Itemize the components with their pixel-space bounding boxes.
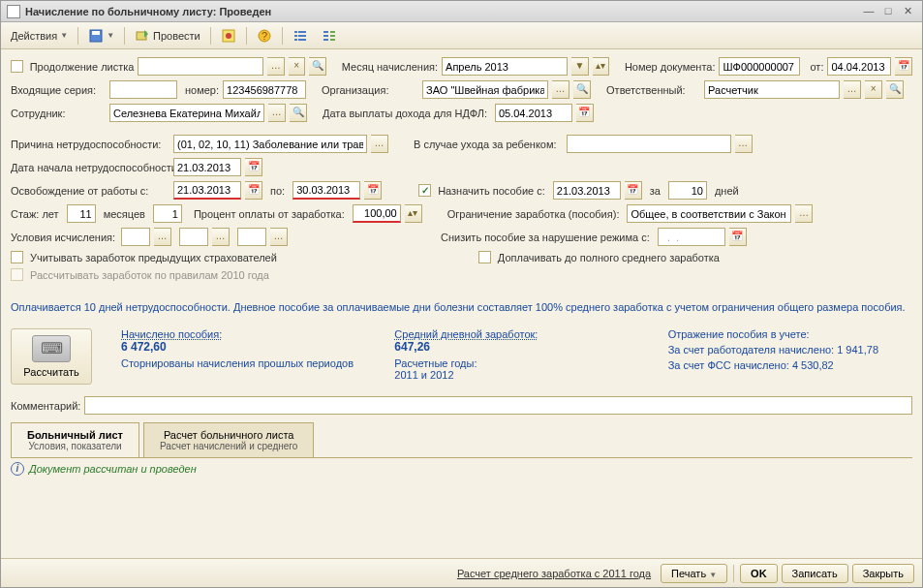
calc-cond3-input[interactable]	[237, 228, 266, 246]
calendar-icon[interactable]: 📅	[576, 104, 594, 122]
limit-label: Ограничение заработка (пособия):	[447, 208, 620, 220]
calendar-icon[interactable]: 📅	[364, 181, 382, 200]
calendar-icon[interactable]: 📅	[625, 181, 642, 200]
comment-label: Комментарий:	[11, 400, 80, 412]
actions-menu[interactable]: Действия▼	[5, 26, 74, 46]
spinner-icon[interactable]: ▴▾	[405, 204, 422, 223]
lookup-icon[interactable]: 🔍	[309, 57, 326, 76]
window-icon	[7, 5, 20, 18]
reduce-date-input[interactable]	[658, 228, 725, 246]
ellipsis-icon[interactable]: …	[268, 104, 286, 122]
month-label: Месяц начисления:	[342, 61, 438, 73]
avg-label[interactable]: Средний дневной заработок:	[394, 328, 638, 340]
percent-input[interactable]	[353, 204, 401, 223]
prev-insurers-label: Учитывать заработок предыдущих страховат…	[30, 252, 277, 263]
start-date-input[interactable]	[173, 158, 241, 176]
calendar-icon[interactable]: 📅	[245, 158, 262, 176]
month-input[interactable]	[442, 57, 568, 76]
avg-calc-link[interactable]: Расчет среднего заработка с 2011 года	[457, 568, 651, 579]
continuation-label: Продолжение листка	[30, 61, 135, 73]
work-release-from-input[interactable]	[173, 181, 241, 200]
tab1-sub: Условия, показатели	[27, 441, 123, 451]
continuation-checkbox[interactable]	[11, 60, 23, 73]
calculate-button[interactable]: Рассчитать	[11, 328, 92, 385]
ellipsis-icon[interactable]: …	[552, 80, 569, 99]
limit-input[interactable]	[627, 204, 791, 223]
clear-icon[interactable]: …	[267, 57, 285, 76]
calc-cond1-input[interactable]	[121, 228, 150, 246]
start-date-label: Дата начала нетрудоспособности:	[11, 162, 169, 173]
ellipsis-icon[interactable]: …	[844, 80, 861, 99]
incoming-series-input[interactable]	[109, 80, 177, 99]
assign-benefit-date-input[interactable]	[553, 181, 621, 200]
minimize-button[interactable]: —	[860, 4, 877, 19]
accrued-label[interactable]: Начислено пособия:	[121, 328, 365, 340]
svg-text:?: ?	[262, 30, 267, 42]
ellipsis-icon[interactable]: …	[371, 135, 388, 153]
child-care-input[interactable]	[567, 135, 731, 153]
list-icon[interactable]	[287, 24, 314, 47]
ellipsis-icon[interactable]: …	[154, 228, 171, 246]
print-button[interactable]: Печать ▼	[661, 564, 727, 583]
prev-insurers-checkbox[interactable]	[11, 251, 23, 263]
tab-calculation[interactable]: Расчет больничного листа Расчет начислен…	[143, 422, 314, 457]
clear-x-icon[interactable]: ×	[865, 80, 882, 99]
lookup-icon[interactable]: 🔍	[886, 80, 904, 99]
save-button[interactable]: Записать	[782, 564, 848, 583]
employee-input[interactable]	[109, 104, 264, 122]
calc-cond2-input[interactable]	[179, 228, 208, 246]
ellipsis-icon[interactable]: …	[735, 135, 753, 153]
assign-benefit-label: Назначить пособие с:	[438, 185, 545, 197]
years-input[interactable]	[67, 204, 96, 223]
number-input[interactable]	[223, 80, 306, 99]
ok-button[interactable]: OK	[740, 564, 778, 583]
reason-input[interactable]	[173, 135, 367, 153]
full-avg-checkbox[interactable]	[478, 251, 491, 263]
settings-icon[interactable]	[316, 24, 343, 47]
svg-rect-10	[298, 35, 306, 37]
ellipsis-icon[interactable]: …	[212, 228, 230, 246]
calendar-icon[interactable]: 📅	[895, 57, 912, 76]
help-icon[interactable]: ?	[251, 24, 278, 47]
lookup-icon[interactable]: 🔍	[290, 104, 307, 122]
reflection-label: Отражение пособия в учете:	[668, 328, 912, 340]
continuation-input[interactable]	[138, 57, 263, 76]
close-window-button[interactable]: ✕	[899, 4, 916, 19]
tabs: Больничный лист Условия, показатели Расч…	[11, 422, 912, 458]
svg-rect-18	[330, 39, 335, 41]
close-button[interactable]: Закрыть	[852, 564, 914, 583]
date-from-input[interactable]	[827, 57, 891, 76]
svg-rect-1	[92, 31, 100, 35]
structure-icon[interactable]	[215, 24, 242, 47]
lookup-icon[interactable]: 🔍	[573, 80, 591, 99]
post-button[interactable]: Провести	[129, 24, 206, 47]
clear-x-icon[interactable]: ×	[289, 57, 306, 76]
rules2010-checkbox	[11, 268, 23, 281]
responsible-input[interactable]	[704, 80, 840, 99]
svg-rect-9	[294, 35, 297, 37]
tab-sick-leave[interactable]: Больничный лист Условия, показатели	[11, 422, 139, 457]
employee-label: Сотрудник:	[11, 108, 106, 119]
assign-benefit-checkbox[interactable]	[418, 184, 431, 197]
docnum-input[interactable]	[719, 57, 800, 76]
work-release-label: Освобождение от работы с:	[11, 185, 169, 197]
months-input[interactable]	[153, 204, 182, 223]
days-label: дней	[715, 185, 739, 197]
calendar-icon[interactable]: 📅	[729, 228, 747, 246]
save-icon-button[interactable]: ▼	[82, 24, 120, 47]
work-release-to-input[interactable]	[292, 181, 360, 200]
comment-input[interactable]	[84, 396, 912, 415]
calendar-icon[interactable]: 📅	[245, 181, 262, 200]
ellipsis-icon[interactable]: …	[795, 204, 813, 223]
dropdown-icon[interactable]: ▼	[571, 57, 589, 76]
ndfl-date-input[interactable]	[495, 104, 572, 122]
responsible-label: Ответственный:	[606, 84, 700, 96]
days-input[interactable]	[668, 181, 707, 200]
number-label: номер:	[185, 84, 219, 96]
accrued-value: 6 472,60	[121, 340, 365, 354]
spinner-icon[interactable]: ▴▾	[593, 57, 610, 76]
maximize-button[interactable]: □	[879, 4, 897, 19]
ellipsis-icon[interactable]: …	[270, 228, 288, 246]
avg-value: 647,26	[394, 340, 638, 354]
org-input[interactable]	[422, 80, 548, 99]
